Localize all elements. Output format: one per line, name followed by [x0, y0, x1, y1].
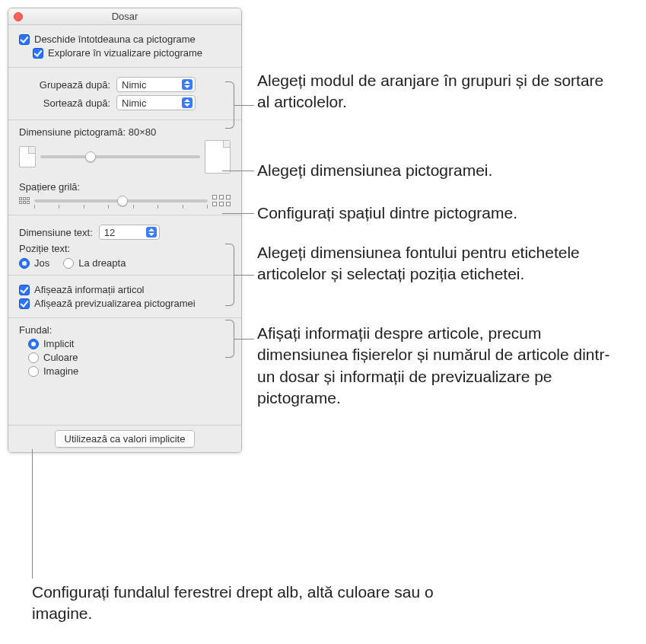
select-value: Nimic: [122, 97, 147, 109]
section-icon: Dimensiune pictogramă: 80×80 Spațiere gr…: [8, 120, 241, 215]
checkbox-label: Explorare în vizualizare pictograme: [48, 47, 202, 59]
radio-label: La dreapta: [78, 257, 126, 269]
checkmark-icon: [19, 285, 30, 295]
radio-icon: [28, 366, 39, 377]
radio-label: Jos: [34, 257, 49, 269]
callout-line: [32, 449, 33, 579]
radio-icon: [28, 339, 39, 349]
text-position-label: Poziție text:: [19, 243, 231, 254]
icon-size-value: 80×80: [129, 126, 157, 138]
radio-label: Imagine: [43, 365, 78, 377]
text-size-label: Dimensiune text:: [19, 227, 93, 238]
callout-line: [222, 213, 254, 214]
document-icon: [19, 146, 36, 167]
section-text: Dimensiune text: 12 Poziție text: Jos La…: [8, 215, 241, 276]
annotation-info: Afișați informații despre articole, prec…: [257, 323, 622, 409]
background-color-radio[interactable]: Culoare: [28, 352, 231, 363]
checkmark-icon: [33, 48, 43, 59]
section-sort: Grupează după: Nimic Sortează după: Nimi…: [8, 68, 241, 120]
view-options-panel: Dosar Deschide întotdeauna ca pictograme…: [8, 8, 242, 453]
text-position-right-radio[interactable]: La dreapta: [63, 257, 126, 269]
group-by-label: Grupează după:: [19, 79, 110, 91]
chevron-updown-icon: [182, 79, 193, 90]
select-value: 12: [104, 227, 115, 238]
icon-size-label: Dimensiune pictogramă:: [19, 126, 126, 138]
section-background: Fundal: Implicit Culoare Imagine: [8, 318, 241, 425]
section-info: Afișează informații articol Afișează pre…: [8, 276, 241, 318]
sort-by-label: Sortează după:: [19, 97, 110, 109]
grid-tight-icon: [19, 197, 30, 204]
grid-spacing-slider[interactable]: [34, 199, 208, 202]
text-size-select[interactable]: 12: [99, 225, 160, 240]
select-value: Nimic: [122, 79, 147, 91]
window-title: Dosar: [112, 11, 138, 22]
callout-line: [234, 275, 254, 276]
document-icon: [205, 140, 231, 174]
annotation-icon-size: Alegeți dimensiunea pictogramei.: [257, 160, 615, 181]
annotation-grid-spacing: Configurați spațiul dintre pictograme.: [257, 202, 615, 224]
radio-label: Culoare: [43, 352, 78, 363]
section-display: Deschide întotdeauna ca pictograme Explo…: [8, 25, 241, 68]
text-position-bottom-radio[interactable]: Jos: [19, 257, 49, 269]
grid-spacing-label: Spațiere grilă:: [19, 181, 231, 193]
checkmark-icon: [19, 34, 30, 45]
checkbox-label: Deschide întotdeauna ca pictograme: [34, 33, 196, 45]
callout-line: [222, 171, 254, 171]
titlebar: Dosar: [8, 8, 241, 25]
checkbox-label: Afișează previzualizarea pictogramei: [34, 298, 196, 309]
always-open-as-icons-checkbox[interactable]: Deschide întotdeauna ca pictograme: [19, 33, 231, 45]
callout-bracket: [225, 81, 234, 129]
callout-line: [234, 105, 254, 106]
background-default-radio[interactable]: Implicit: [28, 338, 231, 349]
callout-bracket: [225, 320, 234, 358]
chevron-updown-icon: [182, 97, 193, 108]
annotation-background: Configurați fundalul ferestrei drept alb…: [32, 582, 488, 625]
checkbox-label: Afișează informații articol: [34, 284, 145, 295]
show-icon-preview-checkbox[interactable]: Afișează previzualizarea pictogramei: [19, 298, 231, 309]
use-as-defaults-button[interactable]: Utilizează ca valori implicite: [55, 430, 196, 448]
background-heading: Fundal:: [19, 324, 231, 336]
radio-icon: [63, 258, 74, 269]
browse-in-icon-view-checkbox[interactable]: Explorare în vizualizare pictograme: [19, 47, 231, 59]
grid-loose-icon: [212, 195, 231, 206]
close-icon[interactable]: [14, 12, 23, 21]
callout-bracket: [225, 244, 234, 306]
annotation-text: Alegeți dimensiunea fontului pentru etic…: [257, 242, 622, 285]
group-by-select[interactable]: Nimic: [116, 77, 196, 92]
radio-icon: [28, 352, 39, 363]
chevron-updown-icon: [146, 227, 157, 238]
icon-size-slider[interactable]: [40, 155, 200, 158]
annotation-sort: Alegeți modul de aranjare în grupuri și …: [257, 70, 615, 113]
show-item-info-checkbox[interactable]: Afișează informații articol: [19, 284, 231, 295]
slider-thumb-icon: [117, 196, 128, 206]
sort-by-select[interactable]: Nimic: [116, 95, 196, 110]
slider-thumb-icon: [85, 151, 96, 162]
background-image-radio[interactable]: Imagine: [28, 365, 231, 377]
checkmark-icon: [19, 298, 30, 309]
radio-label: Implicit: [43, 338, 74, 349]
callout-line: [234, 339, 254, 340]
radio-icon: [19, 258, 30, 269]
